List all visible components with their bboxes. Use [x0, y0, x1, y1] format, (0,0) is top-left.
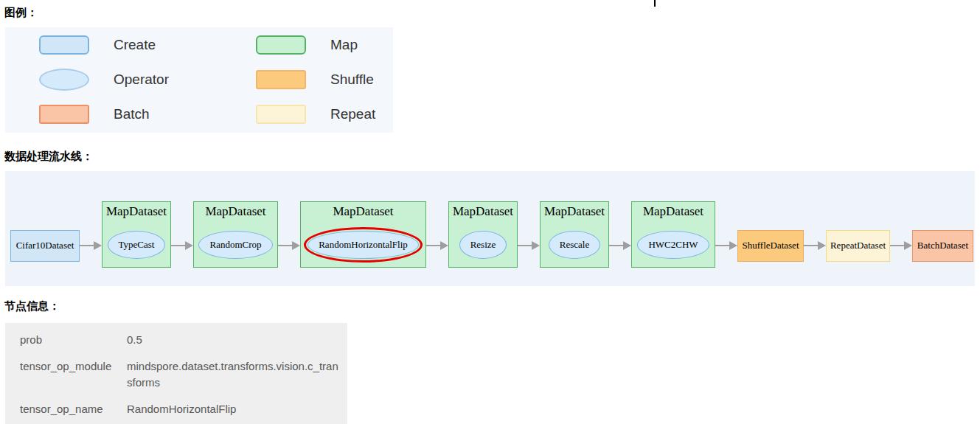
pipeline-canvas[interactable]: Cifar10Dataset MapDataset TypeCast MapDa… [5, 171, 975, 286]
operator-node-resize[interactable]: Resize [459, 231, 507, 259]
flow-arrow [804, 241, 826, 250]
legend-label: Create [114, 37, 156, 53]
legend-item-map: Map [222, 35, 393, 55]
info-key: tensor_op_module [20, 358, 113, 391]
info-key: tensor_op_name [20, 401, 113, 417]
legend-label: Operator [114, 72, 169, 88]
text-cursor-artifact [654, 0, 656, 7]
pipeline-node-batchdataset[interactable]: BatchDataset [912, 230, 973, 262]
map-node-title: MapDataset [449, 202, 517, 220]
flow-arrow [715, 241, 737, 250]
legend-item-shuffle: Shuffle [222, 70, 393, 89]
operator-swatch-icon [39, 69, 89, 91]
legend-item-batch: Batch [5, 105, 222, 124]
repeat-swatch-icon [256, 105, 306, 124]
legend-title: 图例： [4, 6, 38, 20]
selection-highlight-ring: RandomHorizontalFlip [304, 227, 423, 263]
info-value: RandomHorizontalFlip [127, 401, 339, 417]
node-info-title: 节点信息： [4, 299, 60, 313]
legend-item-operator: Operator [5, 69, 222, 91]
legend-panel: Create Map Operator Shuffle Batch Repeat [5, 27, 393, 133]
flow-arrow [609, 241, 631, 250]
legend-item-create: Create [5, 35, 222, 55]
flow-arrow [890, 241, 912, 250]
table-row: tensor_op_name RandomHorizontalFlip [5, 396, 347, 423]
legend-label: Map [330, 37, 358, 53]
operator-node-rescale[interactable]: Rescale [549, 231, 600, 259]
node-info-table: prob 0.5 tensor_op_module mindspore.data… [5, 323, 347, 424]
legend-item-repeat: Repeat [222, 105, 393, 124]
legend-label: Repeat [330, 106, 375, 122]
legend-label: Shuffle [330, 72, 374, 88]
map-node-title: MapDataset [102, 202, 170, 220]
operator-node-typecast[interactable]: TypeCast [108, 231, 166, 259]
flow-arrow [518, 241, 540, 250]
map-node-title: MapDataset [301, 202, 425, 220]
pipeline-node-mapdataset[interactable]: MapDataset TypeCast [102, 201, 171, 268]
pipeline-node-cifar10dataset[interactable]: Cifar10Dataset [10, 230, 80, 262]
operator-ring: RandomCrop [195, 227, 276, 263]
operator-node-hwc2chw[interactable]: HWC2CHW [637, 231, 709, 259]
info-value: mindspore.dataset.transforms.vision.c_tr… [127, 358, 339, 391]
pipeline-node-mapdataset-selected[interactable]: MapDataset RandomHorizontalFlip [300, 201, 426, 268]
pipeline-node-repeatdataset[interactable]: RepeatDataset [826, 230, 890, 262]
pipeline-node-mapdataset[interactable]: MapDataset Rescale [540, 201, 609, 268]
pipeline-node-mapdataset[interactable]: MapDataset RandomCrop [193, 201, 278, 268]
table-row: tensor_op_module mindspore.dataset.trans… [5, 353, 347, 396]
flow-arrow [80, 241, 102, 250]
flow-arrow [426, 241, 448, 250]
operator-node-randomcrop[interactable]: RandomCrop [198, 231, 272, 259]
pipeline-title: 数据处理流水线： [4, 150, 93, 164]
pipeline-node-mapdataset[interactable]: MapDataset Resize [448, 201, 518, 268]
table-row: prob 0.5 [5, 327, 347, 353]
info-value: 0.5 [127, 332, 339, 348]
legend-label: Batch [114, 106, 150, 122]
map-node-title: MapDataset [194, 202, 277, 220]
batch-swatch-icon [39, 105, 89, 124]
map-node-title: MapDataset [541, 202, 608, 220]
flow-arrow [278, 241, 300, 250]
operator-ring: HWC2CHW [633, 227, 712, 263]
pipeline-node-shuffledataset[interactable]: ShuffleDataset [737, 230, 804, 262]
operator-node-randomhorizontalflip[interactable]: RandomHorizontalFlip [307, 231, 419, 259]
operator-ring: Rescale [545, 227, 604, 263]
flow-arrow [171, 241, 193, 250]
operator-ring: TypeCast [104, 227, 170, 263]
map-node-title: MapDataset [632, 202, 715, 220]
pipeline-node-mapdataset[interactable]: MapDataset HWC2CHW [631, 201, 715, 268]
create-swatch-icon [39, 35, 89, 55]
shuffle-swatch-icon [256, 70, 306, 89]
info-key: prob [20, 332, 113, 348]
map-swatch-icon [256, 35, 306, 55]
operator-ring: Resize [456, 227, 511, 263]
